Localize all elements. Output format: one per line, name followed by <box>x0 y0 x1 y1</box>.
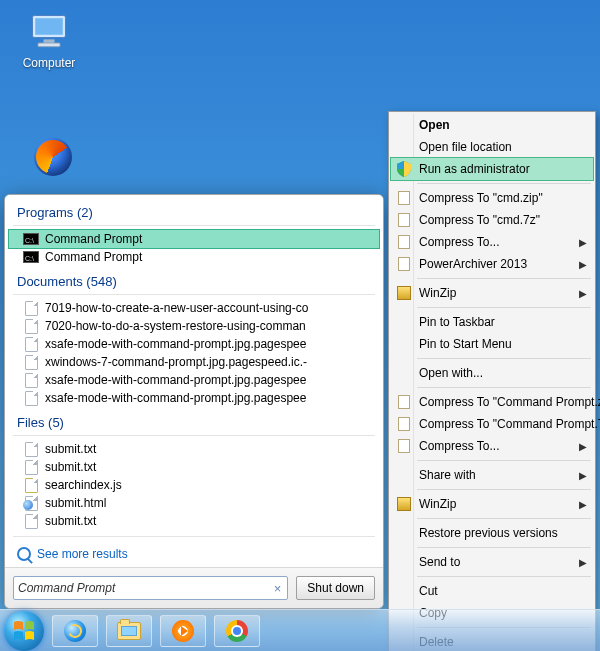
context-menu-label: Open <box>419 118 450 132</box>
taskbar-explorer[interactable] <box>106 615 152 647</box>
context-menu-label: Cut <box>419 584 438 598</box>
archive-icon <box>395 393 413 411</box>
desktop-icon-computer[interactable]: Computer <box>14 10 84 70</box>
section-programs-header: Programs (2) <box>9 201 379 223</box>
menu-separator <box>417 183 591 184</box>
program-item-label: Command Prompt <box>45 250 142 264</box>
taskbar-ie[interactable] <box>52 615 98 647</box>
context-menu-item[interactable]: WinZip▶ <box>391 493 593 515</box>
chrome-icon <box>226 620 248 642</box>
submenu-arrow-icon: ▶ <box>579 259 587 270</box>
context-menu-item[interactable]: Open with... <box>391 362 593 384</box>
taskbar-media[interactable] <box>160 615 206 647</box>
context-menu-item[interactable]: Cut <box>391 580 593 602</box>
menu-separator <box>417 489 591 490</box>
document-item[interactable]: xsafe-mode-with-command-prompt.jpg.pages… <box>9 389 379 407</box>
document-item[interactable]: xsafe-mode-with-command-prompt.jpg.pages… <box>9 335 379 353</box>
taskbar-chrome[interactable] <box>214 615 260 647</box>
cmd-icon <box>23 249 39 265</box>
submenu-arrow-icon: ▶ <box>579 499 587 510</box>
context-menu-item[interactable]: Run as administrator <box>391 158 593 180</box>
context-menu-item[interactable]: Open <box>391 114 593 136</box>
see-more-results[interactable]: See more results <box>9 541 379 567</box>
file-icon <box>23 459 39 475</box>
file-item[interactable]: submit.html <box>9 494 379 512</box>
context-menu-item[interactable]: Restore previous versions <box>391 522 593 544</box>
start-button[interactable] <box>4 611 44 651</box>
menu-separator <box>417 358 591 359</box>
search-input[interactable] <box>18 581 272 595</box>
svg-rect-2 <box>44 39 55 43</box>
context-menu-item[interactable]: Compress To "Command Prompt.zip" <box>391 391 593 413</box>
windows-logo-icon <box>12 619 36 643</box>
file-icon <box>23 354 39 370</box>
document-item[interactable]: 7020-how-to-do-a-system-restore-using-co… <box>9 317 379 335</box>
archive-icon <box>395 437 413 455</box>
taskbar <box>0 609 600 651</box>
file-icon <box>23 477 39 493</box>
svg-rect-3 <box>38 43 60 47</box>
context-menu-label: Open with... <box>419 366 483 380</box>
context-menu-item[interactable]: Compress To...▶ <box>391 231 593 253</box>
document-label: xwindows-7-command-prompt.jpg.pagespeed.… <box>45 355 307 369</box>
submenu-arrow-icon: ▶ <box>579 237 587 248</box>
context-menu-label: Open file location <box>419 140 512 154</box>
archive-icon <box>395 255 413 273</box>
file-icon <box>23 513 39 529</box>
menu-separator <box>417 576 591 577</box>
menu-separator <box>417 278 591 279</box>
file-item[interactable]: searchindex.js <box>9 476 379 494</box>
file-item[interactable]: submit.txt <box>9 512 379 530</box>
archive-icon <box>395 233 413 251</box>
document-item[interactable]: 7019-how-to-create-a-new-user-account-us… <box>9 299 379 317</box>
document-label: 7019-how-to-create-a-new-user-account-us… <box>45 301 308 315</box>
shutdown-button[interactable]: Shut down <box>296 576 375 600</box>
file-icon <box>23 372 39 388</box>
section-files-header: Files (5) <box>9 411 379 433</box>
winzip-icon <box>395 495 413 513</box>
menu-separator <box>417 307 591 308</box>
context-menu-item[interactable]: Pin to Taskbar <box>391 311 593 333</box>
context-menu-item[interactable]: Open file location <box>391 136 593 158</box>
document-label: xsafe-mode-with-command-prompt.jpg.pages… <box>45 391 306 405</box>
context-menu-item[interactable]: Compress To "cmd.7z" <box>391 209 593 231</box>
file-icon <box>23 336 39 352</box>
context-menu: OpenOpen file locationRun as administrat… <box>388 111 596 651</box>
clear-search-icon[interactable]: × <box>272 581 284 596</box>
submenu-arrow-icon: ▶ <box>579 557 587 568</box>
context-menu-item[interactable]: Compress To...▶ <box>391 435 593 457</box>
archive-icon <box>395 211 413 229</box>
cmd-icon <box>23 231 39 247</box>
context-menu-label: Restore previous versions <box>419 526 558 540</box>
file-icon <box>23 441 39 457</box>
winzip-icon <box>395 284 413 302</box>
program-item-label: Command Prompt <box>45 232 142 246</box>
svg-rect-1 <box>35 18 63 35</box>
search-box[interactable]: × <box>13 576 288 600</box>
submenu-arrow-icon: ▶ <box>579 470 587 481</box>
start-menu: Programs (2) Command Prompt Command Prom… <box>4 194 384 609</box>
context-menu-item[interactable]: Pin to Start Menu <box>391 333 593 355</box>
program-item-command-prompt[interactable]: Command Prompt <box>9 248 379 266</box>
context-menu-item[interactable]: WinZip▶ <box>391 282 593 304</box>
context-menu-label: WinZip <box>419 497 456 511</box>
document-item[interactable]: xsafe-mode-with-command-prompt.jpg.pages… <box>9 371 379 389</box>
file-label: submit.html <box>45 496 106 510</box>
context-menu-item[interactable]: Compress To "cmd.zip" <box>391 187 593 209</box>
context-menu-item[interactable]: Send to▶ <box>391 551 593 573</box>
context-menu-item[interactable]: Share with▶ <box>391 464 593 486</box>
file-label: submit.txt <box>45 514 96 528</box>
context-menu-label: Compress To... <box>419 235 499 249</box>
archive-icon <box>395 415 413 433</box>
program-item-command-prompt[interactable]: Command Prompt <box>9 230 379 248</box>
file-item[interactable]: submit.txt <box>9 440 379 458</box>
file-item[interactable]: submit.txt <box>9 458 379 476</box>
context-menu-item[interactable]: Compress To "Command Prompt.7z" <box>391 413 593 435</box>
document-label: xsafe-mode-with-command-prompt.jpg.pages… <box>45 337 306 351</box>
desktop-icon-firefox[interactable] <box>18 138 88 178</box>
document-item[interactable]: xwindows-7-command-prompt.jpg.pagespeed.… <box>9 353 379 371</box>
context-menu-label: Send to <box>419 555 460 569</box>
context-menu-item[interactable]: PowerArchiver 2013▶ <box>391 253 593 275</box>
media-player-icon <box>172 620 194 642</box>
document-label: 7020-how-to-do-a-system-restore-using-co… <box>45 319 306 333</box>
